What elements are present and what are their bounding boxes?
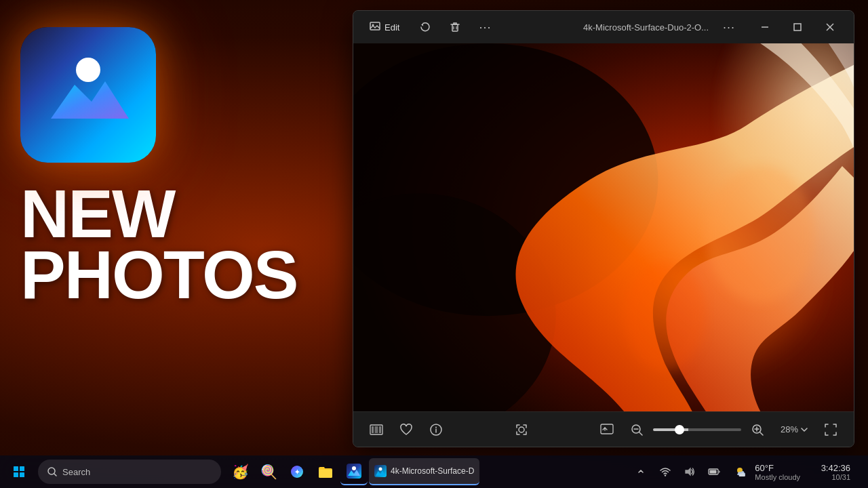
more-icon: ··· [479, 20, 491, 35]
svg-rect-23 [601, 424, 613, 434]
screen-capture-button[interactable] [509, 418, 534, 442]
info-button[interactable] [424, 418, 448, 442]
trash-icon [449, 21, 461, 33]
weather-info: 60°F Mostly cloudy [755, 463, 800, 481]
more-options-button[interactable]: ··· [473, 15, 497, 39]
weather-temp: 60°F [755, 463, 800, 473]
volume-button[interactable] [679, 461, 701, 483]
file-name: 4k-Microsoft-Surface-Duo-2-O... [578, 22, 714, 33]
svg-rect-45 [710, 470, 717, 474]
svg-point-22 [519, 427, 524, 432]
svg-rect-31 [14, 466, 18, 471]
emoji1-icon[interactable]: 🥳 [226, 458, 254, 485]
clock-date: 10/31 [831, 473, 850, 481]
zoom-label[interactable]: 28% [774, 422, 814, 437]
weather-icon [734, 465, 751, 479]
start-button[interactable] [5, 458, 33, 485]
clock[interactable]: 3:42:36 10/31 [810, 460, 857, 484]
svg-rect-5 [794, 24, 801, 30]
bottom-toolbar: 28% [353, 411, 854, 447]
menu-button[interactable]: ··· [717, 15, 741, 39]
svg-rect-16 [372, 426, 374, 433]
weather-widget[interactable]: 60°F Mostly cloudy [728, 460, 807, 484]
active-window-icon [374, 465, 387, 477]
emoji2-glyph: 🍭 [260, 464, 277, 480]
windows-logo-icon [13, 466, 25, 478]
folder-icon [318, 465, 333, 479]
minimize-icon [761, 23, 769, 31]
rotate-button[interactable] [413, 15, 437, 39]
edit-button[interactable]: Edit [361, 18, 408, 37]
copilot-icon: ✦ [290, 464, 304, 479]
zoom-slider[interactable] [653, 428, 741, 431]
svg-rect-39 [347, 464, 361, 479]
svg-line-26 [639, 432, 642, 435]
active-window-taskbar[interactable]: 4k-Microsoft-Surface-D [369, 458, 479, 485]
zoom-slider-wrap [653, 428, 741, 431]
svg-rect-32 [20, 466, 24, 471]
svg-rect-17 [375, 426, 378, 433]
image-area [353, 43, 854, 411]
svg-text:✦: ✦ [294, 468, 300, 476]
photos-taskbar-button[interactable] [340, 458, 368, 485]
search-bar[interactable]: Search [38, 460, 221, 484]
active-window-label: 4k-Microsoft-Surface-D [391, 466, 474, 476]
copilot-button[interactable]: ✦ [283, 458, 311, 485]
menu-dots-icon: ··· [723, 20, 735, 35]
svg-point-42 [379, 468, 382, 471]
svg-point-14 [624, 262, 706, 371]
volume-icon [684, 467, 695, 476]
wifi-icon [660, 467, 671, 476]
show-desktop-button[interactable] [860, 458, 863, 485]
close-button[interactable] [814, 16, 846, 38]
info-icon [430, 424, 442, 436]
edit-label: Edit [384, 22, 399, 33]
svg-rect-18 [379, 426, 381, 433]
window-controls [749, 16, 846, 38]
taskbar: Search 🥳 🍭 ✦ [0, 455, 868, 488]
svg-rect-3 [452, 24, 458, 31]
battery-button[interactable] [703, 461, 725, 483]
svg-point-0 [76, 58, 100, 82]
emoji1-glyph: 🥳 [232, 464, 249, 480]
tray-overflow-button[interactable] [630, 461, 652, 483]
wifi-button[interactable] [654, 461, 676, 483]
favorite-button[interactable] [394, 418, 418, 442]
search-icon [47, 467, 57, 476]
zoom-in-button[interactable] [745, 418, 770, 442]
zoom-in-icon [751, 424, 764, 436]
svg-point-21 [435, 426, 437, 428]
svg-point-13 [706, 166, 815, 302]
share-icon [600, 424, 614, 436]
filmstrip-button[interactable] [364, 418, 389, 442]
photos-icon-svg [44, 51, 132, 139]
heart-icon [399, 424, 413, 436]
photos-app-icon [20, 27, 156, 163]
maximize-button[interactable] [782, 16, 813, 38]
svg-line-30 [760, 432, 763, 435]
zoom-out-icon [631, 424, 643, 436]
headline-line1: NEW [20, 183, 297, 244]
battery-icon [708, 468, 720, 476]
weather-desc: Mostly cloudy [755, 473, 800, 481]
svg-rect-34 [20, 472, 24, 477]
delete-button[interactable] [443, 15, 467, 39]
filmstrip-icon [370, 424, 383, 435]
zoom-out-button[interactable] [625, 418, 649, 442]
zoom-chevron-icon [801, 427, 808, 432]
minimize-button[interactable] [749, 16, 781, 38]
photos-taskbar-icon [347, 464, 361, 479]
maximize-icon [793, 23, 802, 31]
headline: NEW PHOTOS [20, 183, 297, 305]
headline-line2: PHOTOS [20, 244, 297, 305]
wallpaper-svg [353, 43, 854, 411]
svg-line-36 [54, 474, 56, 476]
zoom-percent: 28% [781, 424, 798, 434]
file-explorer-button[interactable] [312, 458, 339, 485]
fullscreen-button[interactable] [818, 418, 843, 442]
emoji2-icon[interactable]: 🍭 [255, 458, 282, 485]
svg-rect-33 [14, 472, 18, 477]
edit-icon [370, 22, 380, 33]
share-button[interactable] [595, 418, 619, 442]
title-bar-left: Edit ··· [361, 15, 497, 39]
